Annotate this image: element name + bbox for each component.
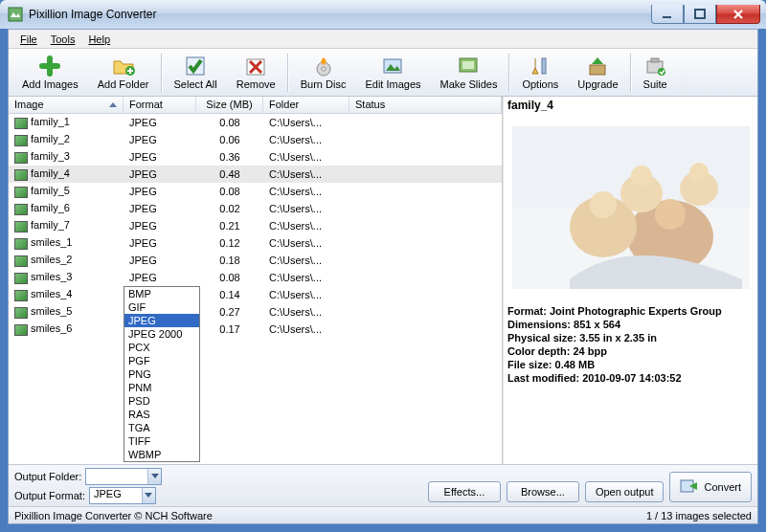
app-icon — [8, 7, 23, 22]
format-option[interactable]: PGF — [124, 354, 199, 367]
chevron-down-icon — [142, 488, 155, 503]
column-format[interactable]: Format — [124, 97, 196, 113]
svg-rect-14 — [651, 58, 659, 62]
tools-icon — [529, 55, 552, 78]
format-option[interactable]: WBMP — [124, 448, 199, 461]
svg-point-22 — [655, 199, 686, 230]
select-all-button[interactable]: Select All — [165, 53, 227, 92]
preview-meta-line: Last modified: 2010-09-07 14:03:52 — [507, 371, 754, 385]
folder-plus-icon — [112, 55, 135, 78]
suite-icon — [643, 55, 666, 78]
upgrade-button[interactable]: Upgrade — [568, 53, 627, 92]
format-dropdown-popup[interactable]: BMPGIFJPEGJPEG 2000PCXPGFPNGPNMPSDRASTGA… — [124, 286, 200, 462]
status-selection-count: 1 / 13 images selected — [646, 510, 752, 521]
image-file-icon — [14, 273, 28, 284]
status-bar: Pixillion Image Converter © NCH Software… — [9, 506, 757, 523]
edit-images-button[interactable]: Edit Images — [355, 53, 430, 92]
table-row[interactable]: smiles_60.17C:\Users\... — [9, 321, 502, 338]
edit-images-icon — [381, 55, 404, 78]
format-option[interactable]: RAS — [124, 408, 199, 421]
client-area: File Tools Help Add Images Add Folder Se… — [8, 29, 758, 524]
format-option[interactable]: PCX — [124, 341, 199, 354]
svg-rect-1 — [663, 16, 671, 18]
add-folder-button[interactable]: Add Folder — [88, 53, 159, 92]
svg-point-25 — [689, 163, 709, 182]
table-row[interactable]: smiles_3JPEG0.08C:\Users\... — [9, 269, 502, 286]
table-row[interactable]: family_1JPEG0.08C:\Users\... — [9, 114, 502, 131]
format-option[interactable]: PSD — [124, 394, 199, 408]
image-file-icon — [14, 221, 28, 233]
toolbar-separator — [630, 54, 632, 92]
image-file-icon — [14, 238, 28, 250]
add-images-button[interactable]: Add Images — [12, 53, 88, 92]
svg-point-24 — [631, 166, 652, 187]
output-folder-combo[interactable] — [85, 468, 162, 485]
table-row[interactable]: family_3JPEG0.36C:\Users\... — [9, 148, 502, 166]
output-format-combo[interactable]: JPEG — [89, 487, 156, 504]
table-header: Image Format Size (MB) Folder Status — [9, 97, 502, 114]
column-status[interactable]: Status — [349, 97, 502, 113]
image-file-icon — [14, 118, 28, 129]
open-output-button[interactable]: Open output — [585, 481, 665, 502]
convert-icon — [680, 477, 699, 497]
preview-image — [512, 126, 750, 289]
options-button[interactable]: Options — [512, 53, 568, 92]
format-option[interactable]: JPEG 2000 — [124, 327, 199, 341]
status-left: Pixillion Image Converter © NCH Software — [14, 510, 213, 521]
column-size[interactable]: Size (MB) — [196, 97, 263, 113]
svg-rect-10 — [462, 61, 474, 69]
menu-help[interactable]: Help — [82, 33, 116, 46]
app-window: Pixillion Image Converter File Tools Hel… — [0, 0, 766, 532]
menu-file[interactable]: File — [14, 33, 43, 46]
image-file-icon — [14, 169, 28, 181]
table-body[interactable]: family_1JPEG0.08C:\Users\...family_2JPEG… — [9, 114, 502, 464]
menu-tools[interactable]: Tools — [45, 33, 81, 46]
image-file-icon — [14, 187, 28, 198]
image-file-icon — [14, 324, 28, 336]
table-row[interactable]: family_4JPEG0.48C:\Users\... — [9, 166, 502, 183]
browse-button[interactable]: Browse... — [507, 481, 579, 502]
format-option[interactable]: TGA — [124, 421, 199, 434]
table-row[interactable]: family_7JPEG0.21C:\Users\... — [9, 217, 502, 234]
table-row[interactable]: family_6JPEG0.02C:\Users\... — [9, 200, 502, 217]
table-row[interactable]: smiles_50.27C:\Users\... — [9, 303, 502, 321]
minimize-button[interactable] — [651, 5, 684, 24]
column-folder[interactable]: Folder — [263, 97, 349, 113]
close-button[interactable] — [716, 5, 760, 24]
toolbar: Add Images Add Folder Select All Remove … — [9, 49, 757, 97]
preview-meta-line: Color depth: 24 bpp — [507, 344, 754, 358]
format-option[interactable]: TIFF — [124, 434, 199, 448]
remove-x-icon — [244, 55, 267, 78]
convert-button[interactable]: Convert — [669, 472, 752, 502]
burn-disc-button[interactable]: Burn Disc — [291, 53, 356, 92]
format-option[interactable]: BMP — [124, 287, 199, 300]
table-row[interactable]: smiles_1JPEG0.12C:\Users\... — [9, 234, 502, 252]
image-file-icon — [14, 135, 28, 146]
make-slides-button[interactable]: Make Slides — [431, 53, 507, 92]
maximize-button[interactable] — [684, 5, 716, 24]
toolbar-separator — [508, 54, 510, 92]
remove-button[interactable]: Remove — [227, 53, 285, 92]
disc-flame-icon — [312, 55, 335, 78]
table-row[interactable]: smiles_40.14C:\Users\... — [9, 286, 502, 303]
image-file-icon — [14, 152, 28, 164]
window-title: Pixillion Image Converter — [29, 8, 651, 21]
table-row[interactable]: smiles_2JPEG0.18C:\Users\... — [9, 252, 502, 269]
svg-rect-12 — [590, 65, 605, 75]
image-file-icon — [14, 307, 28, 319]
effects-button[interactable]: Effects... — [428, 481, 501, 502]
preview-meta-line: Dimensions: 851 x 564 — [507, 318, 754, 331]
table-row[interactable]: family_2JPEG0.06C:\Users\... — [9, 131, 502, 148]
column-image[interactable]: Image — [9, 97, 124, 113]
format-option[interactable]: PNG — [124, 367, 199, 381]
menubar: File Tools Help — [9, 30, 757, 49]
table-row[interactable]: family_5JPEG0.08C:\Users\... — [9, 183, 502, 200]
file-list-panel: Image Format Size (MB) Folder Status fam… — [9, 97, 503, 464]
preview-meta-line: Physical size: 3.55 in x 2.35 in — [507, 331, 754, 344]
format-option[interactable]: GIF — [124, 300, 199, 314]
format-option[interactable]: JPEG — [124, 314, 199, 327]
preview-title: family_4 — [504, 97, 757, 114]
output-format-label: Output Format: — [14, 490, 85, 501]
suite-button[interactable]: Suite — [634, 53, 677, 92]
format-option[interactable]: PNM — [124, 381, 199, 394]
